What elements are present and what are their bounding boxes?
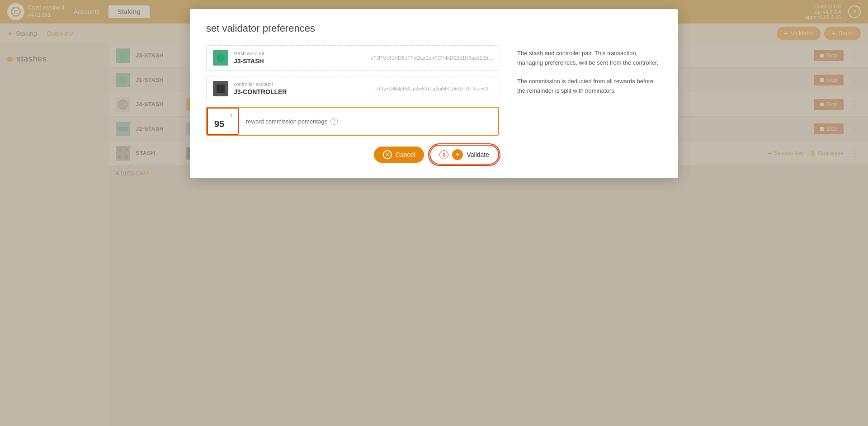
controller-account-row: controller account J3-CONTROLLER cTJyx18… (206, 76, 499, 101)
svg-point-23 (217, 54, 225, 62)
commission-label: reward commission percentage ? (239, 108, 498, 135)
validate-step-badge: 2 (439, 150, 448, 159)
stash-account-avatar (213, 50, 228, 66)
set-validator-preferences-modal: set validator preferences stash account … (190, 9, 678, 178)
cancel-icon: ✕ (383, 150, 392, 159)
modal-left: stash account J3-STASH cTJPMc31XDB1FFhQL… (206, 45, 499, 165)
ctrl-account-avatar (213, 81, 228, 96)
svg-rect-25 (217, 85, 225, 93)
commission-row: 1 reward commission percentage ? (206, 107, 499, 136)
commission-help-icon[interactable]: ? (330, 118, 338, 125)
step-label: 1 (230, 113, 232, 118)
modal-title: set validator preferences (206, 23, 662, 34)
stash-account-info: stash account J3-STASH (234, 51, 264, 65)
cancel-button[interactable]: ✕ Cancel (374, 147, 425, 163)
ctrl-account-info: controller account J3-CONTROLLER (234, 81, 287, 96)
stash-account-row: stash account J3-STASH cTJPMc31XDB1FFhQL… (206, 45, 499, 71)
validate-button[interactable]: 2 ✦ Validate (429, 145, 499, 165)
modal-footer: ✕ Cancel 2 ✦ Validate (206, 145, 499, 165)
validate-icon: ✦ (452, 149, 463, 160)
modal-body: stash account J3-STASH cTJPMc31XDB1FFhQL… (206, 45, 662, 165)
modal-description: The stash and controller pair. This tran… (517, 45, 662, 165)
commission-input[interactable] (214, 119, 232, 129)
modal-overlay: set validator preferences stash account … (0, 0, 868, 426)
commission-step-box: 1 (207, 108, 239, 135)
